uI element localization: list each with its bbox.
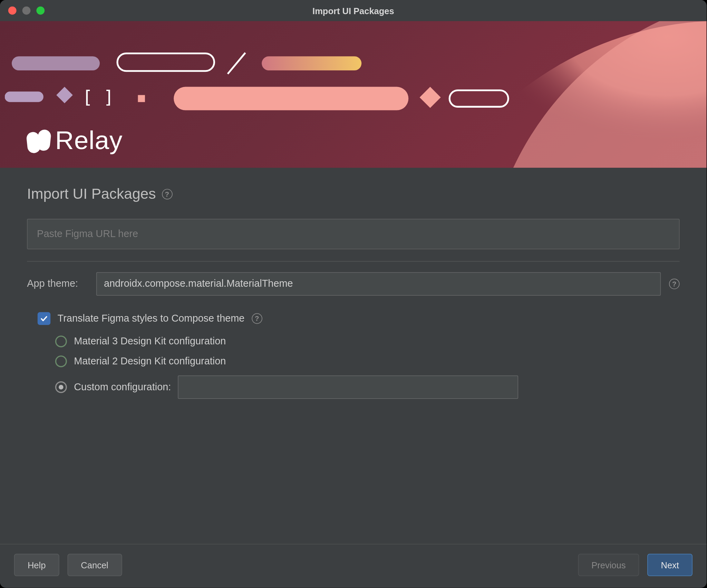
window-close-button[interactable] bbox=[8, 7, 17, 15]
translate-styles-help-icon[interactable]: ? bbox=[252, 313, 262, 324]
page-title-help-icon[interactable]: ? bbox=[162, 189, 172, 199]
radio-custom[interactable] bbox=[55, 381, 67, 393]
app-theme-label: App theme: bbox=[27, 278, 88, 290]
dialog-content: Import UI Packages ? App theme: ? Transl… bbox=[0, 168, 707, 544]
config-radio-group: Material 3 Design Kit configuration Mate… bbox=[55, 335, 680, 399]
radio-material3-label: Material 3 Design Kit configuration bbox=[74, 335, 226, 347]
svg-text:[ ]: [ ] bbox=[82, 87, 114, 107]
translate-styles-label: Translate Figma styles to Compose theme bbox=[58, 313, 245, 324]
svg-rect-4 bbox=[5, 91, 43, 102]
titlebar: Import UI Packages bbox=[0, 0, 707, 21]
dialog-window: Import UI Packages bbox=[0, 0, 707, 588]
cancel-button[interactable]: Cancel bbox=[67, 554, 122, 576]
translate-styles-checkbox[interactable] bbox=[38, 312, 50, 325]
traffic-lights bbox=[8, 7, 45, 15]
divider bbox=[27, 261, 679, 262]
relay-logo-text: Relay bbox=[55, 126, 123, 155]
window-title: Import UI Packages bbox=[312, 6, 394, 16]
next-button[interactable]: Next bbox=[647, 554, 693, 576]
app-theme-help-icon[interactable]: ? bbox=[669, 279, 680, 290]
dialog-footer: Help Cancel Previous Next bbox=[0, 544, 707, 588]
relay-logo: Relay bbox=[27, 126, 123, 155]
window-maximize-button[interactable] bbox=[36, 7, 45, 15]
previous-button[interactable]: Previous bbox=[578, 554, 639, 576]
figma-url-input[interactable] bbox=[27, 219, 679, 249]
radio-material3[interactable] bbox=[55, 335, 67, 347]
check-icon bbox=[40, 314, 48, 323]
relay-logo-icon bbox=[27, 130, 50, 151]
window-minimize-button[interactable] bbox=[22, 7, 31, 15]
svg-rect-0 bbox=[12, 56, 100, 70]
svg-rect-6 bbox=[138, 95, 145, 102]
svg-rect-3 bbox=[262, 56, 361, 70]
radio-material2-label: Material 2 Design Kit configuration bbox=[74, 355, 226, 367]
svg-rect-1 bbox=[117, 53, 214, 71]
app-theme-input[interactable] bbox=[96, 272, 661, 296]
svg-rect-8 bbox=[449, 90, 508, 107]
svg-line-2 bbox=[228, 53, 245, 74]
banner: [ ] Relay bbox=[0, 21, 707, 168]
help-button[interactable]: Help bbox=[14, 554, 59, 576]
custom-config-input[interactable] bbox=[178, 375, 519, 399]
svg-rect-7 bbox=[174, 87, 408, 110]
page-title: Import UI Packages bbox=[27, 185, 156, 202]
radio-material2[interactable] bbox=[55, 355, 67, 367]
radio-custom-label: Custom configuration: bbox=[74, 381, 171, 393]
